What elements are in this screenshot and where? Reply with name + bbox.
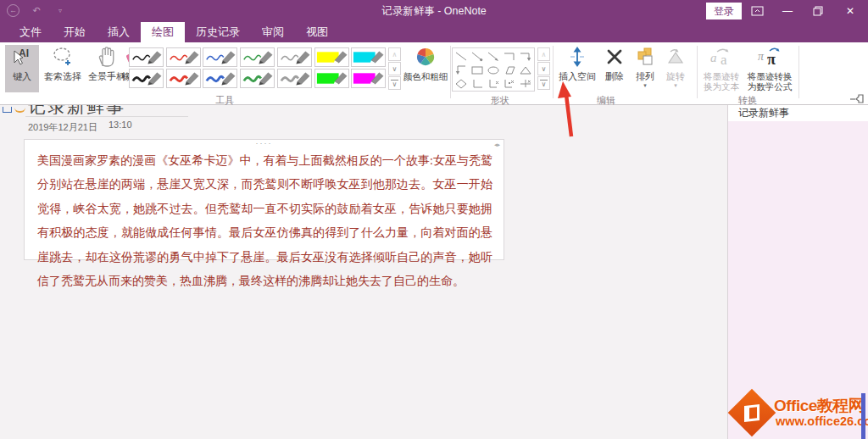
restore-icon [813,6,823,16]
shape-line-icon[interactable] [453,50,469,63]
type-cursor-icon: AI [11,45,33,69]
arrange-dropdown-icon[interactable]: ▾ [643,82,647,89]
pen-more-button[interactable]: ∨ [388,76,401,90]
pen-gallery-scroll: ∧ ∨ ∨ [388,47,401,90]
shape-triangle-icon[interactable] [518,64,533,76]
page-canvas[interactable]: 记录新鲜事 2019年12月21日 13:10 ···· ◂▸ 美国漫画家罗素的… [0,105,727,439]
hand-icon [97,45,117,69]
shape-scroll-down-button[interactable]: ∨ [537,62,550,75]
arrange-button[interactable]: 排列 ▾ [631,45,659,89]
insert-space-button[interactable]: 插入空间 [556,45,598,81]
shape-rectangle-icon[interactable] [470,64,485,76]
lasso-select-button[interactable]: 套索选择 [41,45,85,81]
gray-fine-pen[interactable] [277,47,312,67]
page-list-item-current[interactable]: 记录新鲜事 [728,105,868,121]
minimize-button[interactable]: — [773,0,802,22]
container-resize-icon[interactable]: ◂▸ [494,142,500,148]
pin-ribbon-icon[interactable] [849,93,865,104]
pen-gallery [129,47,387,90]
shape-corner-arrow-icon[interactable] [518,50,533,63]
sign-in-button[interactable]: 登录 [706,3,742,19]
ribbon: AI 键入 套索选择 全景手柄 [0,42,868,105]
gray-thick-pen[interactable] [277,69,312,88]
office-logo-glyph [744,404,760,422]
delete-x-icon [605,45,624,69]
shape-diamond-icon[interactable] [453,77,469,90]
back-icon[interactable]: ← [7,4,19,17]
green-highlighter[interactable] [314,69,349,88]
shape-parallelogram-icon[interactable] [502,64,517,76]
onenote-window: ← ↶ ▿ 记录新鲜事 - OneNote 登录 — ✕ 文件 开始 插入 绘图… [0,0,868,439]
rotate-icon [665,45,686,69]
svg-text:a: a [710,51,717,64]
shape-scroll-up-button[interactable]: ∧ [537,47,550,61]
scrollbar-thumb[interactable] [861,393,865,439]
svg-text:π: π [758,50,765,63]
title-underline [25,116,188,117]
shape-gallery-scroll: ∧ ∨ ∨ [537,47,550,90]
pen-scroll-up-button[interactable]: ∧ [388,47,401,61]
shape-ellipse-icon[interactable] [486,64,501,76]
undo-icon[interactable]: ↶ [30,3,43,17]
page-title[interactable]: 记录新鲜事 [28,105,214,114]
quick-access-toolbar: ← ↶ ▿ [7,3,67,17]
ribbon-tabs: 文件 开始 插入 绘图 历史记录 审阅 视图 [0,22,868,42]
delete-button[interactable]: 删除 [600,45,629,81]
restore-button[interactable] [804,0,832,22]
blue-fine-pen[interactable] [203,47,237,67]
svg-text:a: a [721,52,727,68]
rotate-button[interactable]: 旋转 ▾ [661,45,690,89]
arrange-icon [636,45,654,69]
qat-customize-chevron-icon[interactable]: ▿ [53,3,67,17]
shape-more-button[interactable]: ∨ [537,76,550,90]
type-button[interactable]: AI 键入 [5,45,39,92]
shape-axes-x-icon[interactable] [486,77,501,90]
shape-line-arrow-icon[interactable] [486,50,501,63]
watermark-url: www.office26.com [776,414,868,428]
ink-to-text-icon: a a [709,45,734,69]
insert-space-icon [568,45,587,69]
color-wheel-icon [415,45,436,69]
title-bar: ← ↶ ▿ 记录新鲜事 - OneNote 登录 — ✕ [0,0,868,22]
green-thick-pen[interactable] [240,69,275,88]
black-fine-pen[interactable] [129,47,164,67]
shape-line-endpoint-icon[interactable] [470,50,485,63]
tab-history[interactable]: 历史记录 [185,22,251,42]
cyan-highlighter[interactable] [351,47,386,67]
shape-corner-arrow2-icon[interactable] [453,64,469,76]
close-button[interactable]: ✕ [836,0,865,22]
container-move-handle[interactable]: ···· [25,140,504,147]
tab-view[interactable]: 视图 [295,22,339,42]
tab-review[interactable]: 审阅 [251,22,295,42]
page-list-sidebar: 记录新鲜事 Office教程网 www.office26.com [727,105,868,439]
note-text-container[interactable]: ···· ◂▸ 美国漫画家罗素的漫画《女巫希卡迈》中，有着与上面截然相反的一个故… [24,139,504,260]
red-thick-pen[interactable] [166,69,201,88]
shape-corner-icon[interactable] [502,50,517,63]
note-paragraph[interactable]: 美国漫画家罗素的漫画《女巫希卡迈》中，有着与上面截然相反的一个故事:女巫与秃鹫分… [37,149,492,293]
blue-thick-pen[interactable] [203,69,237,88]
color-thickness-button[interactable]: 颜色和粗细 [402,45,449,81]
green-fine-pen[interactable] [240,47,275,67]
page-date: 2019年12月21日 [28,121,97,134]
shape-gallery[interactable] [452,47,535,92]
tab-insert[interactable]: 插入 [97,22,141,42]
ink-to-math-icon: π π [756,45,783,69]
watermark: Office教程网 www.office26.com [730,390,865,439]
shape-axes-icon[interactable] [470,77,485,90]
clipped-notebook-icon [3,107,12,113]
ribbon-display-options-button[interactable] [743,0,771,22]
tab-draw[interactable]: 绘图 [141,22,185,42]
red-fine-pen[interactable] [166,47,201,67]
ink-to-text-button[interactable]: a a 将墨迹转换为文本 [700,45,743,92]
tab-home[interactable]: 开始 [53,22,97,42]
shape-axes-quad-icon[interactable] [518,77,533,90]
clipped-search-icon [14,108,25,113]
magenta-highlighter[interactable] [351,69,386,88]
shape-axes-x2-icon[interactable] [502,77,517,90]
ink-to-math-button[interactable]: π π 将墨迹转换为数学公式 [744,45,795,92]
page-time: 13:10 [108,119,132,130]
yellow-highlighter[interactable] [314,47,349,67]
tab-file[interactable]: 文件 [8,22,53,42]
black-thick-pen[interactable] [129,69,164,88]
pen-scroll-down-button[interactable]: ∨ [388,62,401,75]
